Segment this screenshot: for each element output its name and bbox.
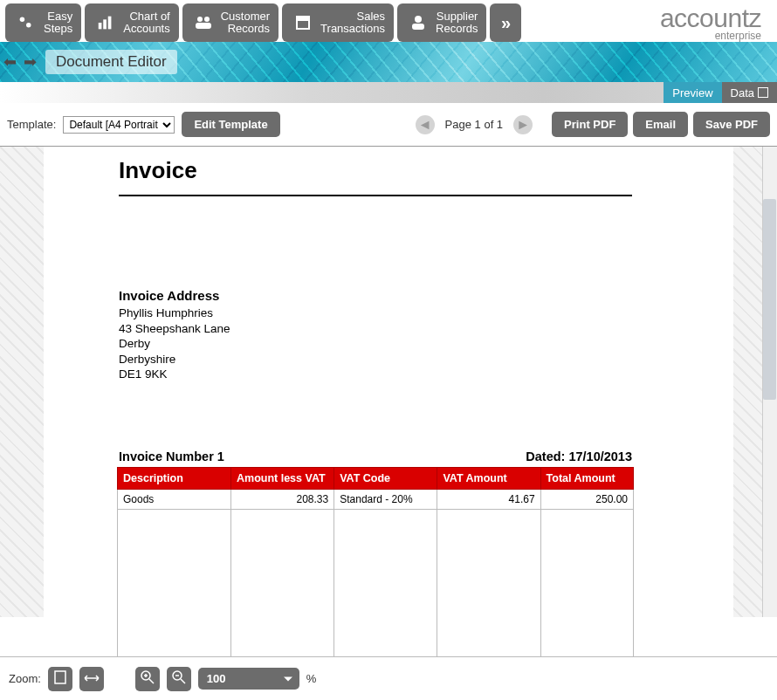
arrow-left-icon: ◄	[418, 117, 432, 133]
chevrons-right-icon: »	[501, 13, 511, 33]
nav-supplier-records[interactable]: Supplier Records	[397, 3, 486, 42]
svg-rect-12	[55, 671, 65, 683]
tab-data[interactable]: Data	[722, 82, 777, 103]
document-toolbar: Template: Default [A4 Portrait Edit Temp…	[0, 103, 777, 146]
document-title: Invoice	[119, 157, 646, 184]
address-line: Phyllis Humphries	[119, 305, 632, 321]
zoom-in-button[interactable]	[135, 667, 160, 691]
svg-rect-2	[99, 23, 102, 29]
grid-icon	[758, 87, 768, 98]
top-toolbar: Easy Steps Chart of Accounts Customer Re…	[0, 0, 777, 42]
svg-rect-3	[104, 19, 107, 29]
tab-preview[interactable]: Preview	[664, 82, 721, 103]
col-amount-less-vat: Amount less VAT	[231, 467, 334, 489]
svg-rect-11	[412, 24, 424, 30]
svg-rect-7	[196, 23, 211, 29]
invoice-date: Dated: 17/10/2013	[526, 450, 632, 463]
footsteps-icon	[14, 10, 38, 35]
zoom-unit: %	[306, 672, 317, 685]
view-tabs: Preview Data	[0, 82, 777, 103]
nav-label: Easy Steps	[44, 10, 72, 36]
nav-easy-steps[interactable]: Easy Steps	[5, 3, 81, 42]
cell-description: Goods	[118, 489, 231, 509]
cell-vat-code: Standard - 20%	[334, 489, 437, 509]
zoom-out-icon	[172, 670, 186, 688]
pager: ◄ Page 1 of 1 ►	[416, 115, 533, 134]
nav-customer-records[interactable]: Customer Records	[182, 3, 278, 42]
svg-point-5	[197, 17, 203, 22]
template-label: Template:	[7, 118, 56, 131]
template-select[interactable]: Default [A4 Portrait	[63, 116, 175, 134]
address-line: 43 Sheepshank Lane	[119, 321, 632, 337]
chevron-down-icon	[284, 676, 292, 681]
col-total-amount: Total Amount	[540, 467, 633, 489]
zoom-select[interactable]: 100	[198, 668, 299, 690]
invoice-meta-row: Invoice Number 1 Dated: 17/10/2013	[119, 450, 632, 463]
svg-point-10	[415, 16, 422, 23]
col-vat-code: VAT Code	[334, 467, 437, 489]
table-row: Goods 208.33 Standard - 20% 41.67 250.00	[118, 489, 634, 509]
svg-point-6	[204, 17, 210, 22]
edit-template-button[interactable]: Edit Template	[182, 112, 279, 137]
zoom-toolbar: Zoom: 100 %	[0, 656, 777, 700]
cell-vat-amount: 41.67	[437, 489, 540, 509]
tab-label: Preview	[672, 86, 712, 100]
back-arrow[interactable]: ⬅	[3, 52, 17, 72]
page-next-button[interactable]: ►	[513, 115, 533, 134]
fit-page-button[interactable]	[48, 667, 72, 691]
brand: accountz enterprise	[660, 3, 772, 42]
page-icon	[54, 670, 66, 688]
svg-rect-4	[108, 17, 112, 30]
document-icon	[291, 10, 315, 35]
page-title: Document Editor	[45, 50, 177, 74]
nav-label: Customer Records	[221, 10, 270, 36]
svg-point-1	[26, 23, 31, 28]
email-button[interactable]: Email	[633, 112, 688, 137]
nav-label: Chart of Accounts	[123, 10, 169, 36]
address-line: Derby	[119, 336, 632, 352]
invoice-number: Invoice Number 1	[119, 450, 224, 463]
scrollbar-thumb[interactable]	[763, 199, 776, 400]
zoom-out-button[interactable]	[167, 667, 191, 691]
svg-rect-9	[297, 17, 309, 21]
arrow-right-icon: ►	[516, 117, 530, 133]
page-indicator: Page 1 of 1	[445, 118, 504, 131]
document-canvas: Invoice Invoice Address Phyllis Humphrie…	[0, 146, 777, 617]
forward-arrow[interactable]: ➡	[24, 52, 37, 72]
invoice-address-section: Invoice Address Phyllis Humphries 43 She…	[119, 288, 632, 382]
svg-point-0	[20, 17, 25, 22]
address-line: Derbyshire	[119, 352, 632, 367]
zoom-in-icon	[141, 670, 155, 688]
nav-sales-transactions[interactable]: Sales Transactions	[282, 3, 394, 42]
save-pdf-button[interactable]: Save PDF	[693, 112, 770, 137]
fit-width-icon	[84, 671, 100, 687]
fit-width-button[interactable]	[79, 667, 104, 691]
vertical-scrollbar[interactable]	[762, 147, 777, 617]
person-icon	[406, 10, 430, 35]
zoom-select-wrap: 100	[198, 668, 299, 690]
brand-name: accountz	[660, 3, 761, 33]
table-header-row: Description Amount less VAT VAT Code VAT…	[118, 467, 634, 489]
section-header: ⬅ ➡ Document Editor	[0, 42, 777, 82]
cell-total: 250.00	[540, 489, 633, 509]
col-description: Description	[118, 467, 231, 489]
print-pdf-button[interactable]: Print PDF	[552, 112, 628, 137]
page-prev-button[interactable]: ◄	[416, 115, 435, 134]
address-heading: Invoice Address	[119, 288, 632, 303]
zoom-label: Zoom:	[9, 672, 41, 685]
nav-more-button[interactable]: »	[490, 3, 521, 42]
nav-label: Supplier Records	[436, 10, 478, 36]
document-page: Invoice Invoice Address Phyllis Humphrie…	[105, 147, 646, 693]
bars-icon	[93, 10, 118, 35]
title-rule	[119, 195, 632, 196]
nav-chart-of-accounts[interactable]: Chart of Accounts	[85, 3, 178, 42]
tab-label: Data	[731, 86, 754, 100]
nav-label: Sales Transactions	[320, 10, 385, 36]
col-vat-amount: VAT Amount	[437, 467, 540, 489]
people-icon	[191, 10, 216, 35]
zoom-value: 100	[207, 672, 226, 685]
address-line: DE1 9KK	[119, 367, 632, 382]
cell-amount-less-vat: 208.33	[231, 489, 334, 509]
